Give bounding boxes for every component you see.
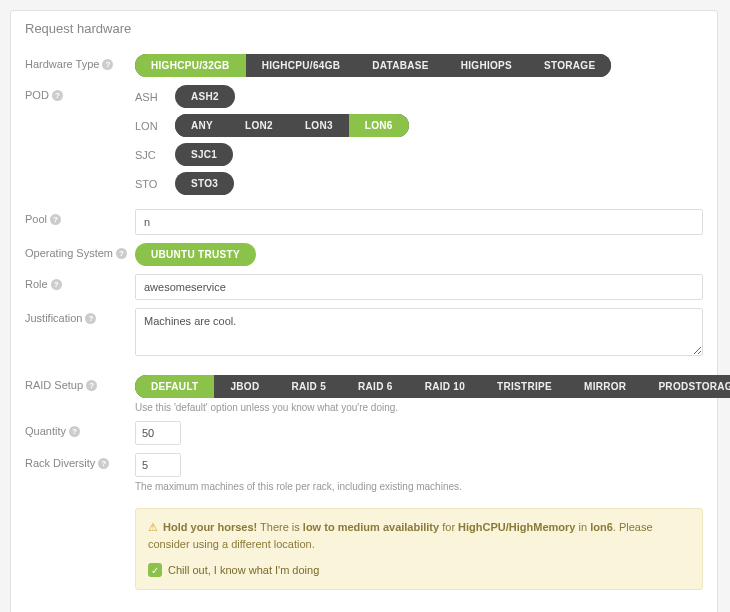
- rack-diversity-hint: The maximum machines of this role per ra…: [135, 481, 703, 492]
- pod-region-label: STO: [135, 178, 163, 190]
- label-rack-diversity: Rack Diversity ?: [25, 453, 135, 469]
- label-justification: Justification ?: [25, 308, 135, 324]
- help-icon[interactable]: ?: [102, 59, 113, 70]
- pill-database[interactable]: DATABASE: [356, 54, 444, 77]
- request-hardware-panel: Request hardware Hardware Type ? HIGHCPU…: [10, 10, 718, 612]
- label-pod: POD ?: [25, 85, 135, 101]
- pod-selector-lon: ANYLON2LON3LON6: [175, 114, 409, 137]
- chill-out-label: Chill out, I know what I'm doing: [168, 562, 319, 579]
- role-input[interactable]: [135, 274, 703, 300]
- label-role: Role ?: [25, 274, 135, 290]
- justification-input[interactable]: Machines are cool.: [135, 308, 703, 356]
- help-icon[interactable]: ?: [51, 279, 62, 290]
- help-icon[interactable]: ?: [86, 380, 97, 391]
- help-icon[interactable]: ?: [69, 426, 80, 437]
- pod-group-sto: STOSTO3: [135, 172, 703, 195]
- pill-mirror[interactable]: MIRROR: [568, 375, 642, 398]
- pill-ubuntu-trusty[interactable]: UBUNTU TRUSTY: [135, 243, 256, 266]
- pod-groups: ASHASH2LONANYLON2LON3LON6SJCSJC1STOSTO3: [135, 85, 703, 201]
- pill-sjc1[interactable]: SJC1: [175, 143, 233, 166]
- pill-prodstorage[interactable]: PRODSTORAGE: [642, 375, 730, 398]
- pod-region-label: SJC: [135, 149, 163, 161]
- help-icon[interactable]: ?: [116, 248, 127, 259]
- pod-selector-sjc: SJC1: [175, 143, 233, 166]
- pill-highcpu-64gb[interactable]: HIGHCPU/64GB: [246, 54, 357, 77]
- pill-raid-5[interactable]: RAID 5: [275, 375, 342, 398]
- pill-highiops[interactable]: HIGHIOPS: [445, 54, 528, 77]
- os-selector: UBUNTU TRUSTY: [135, 243, 256, 266]
- pill-tristripe[interactable]: TRISTRIPE: [481, 375, 568, 398]
- pod-selector-sto: STO3: [175, 172, 234, 195]
- pill-highcpu-32gb[interactable]: HIGHCPU/32GB: [135, 54, 246, 77]
- label-hardware-type: Hardware Type ?: [25, 54, 135, 70]
- pod-region-label: LON: [135, 120, 163, 132]
- pod-selector-ash: ASH2: [175, 85, 235, 108]
- availability-alert: ⚠ Hold your horses! There is low to medi…: [135, 508, 703, 590]
- raid-hint: Use this 'default' option unless you kno…: [135, 402, 730, 413]
- pod-group-sjc: SJCSJC1: [135, 143, 703, 166]
- pod-group-ash: ASHASH2: [135, 85, 703, 108]
- pill-storage[interactable]: STORAGE: [528, 54, 611, 77]
- rack-diversity-input[interactable]: [135, 453, 181, 477]
- help-icon[interactable]: ?: [98, 458, 109, 469]
- pill-any[interactable]: ANY: [175, 114, 229, 137]
- pod-region-label: ASH: [135, 91, 163, 103]
- pill-lon3[interactable]: LON3: [289, 114, 349, 137]
- pill-ash2[interactable]: ASH2: [175, 85, 235, 108]
- pill-lon2[interactable]: LON2: [229, 114, 289, 137]
- help-icon[interactable]: ?: [85, 313, 96, 324]
- pill-raid-10[interactable]: RAID 10: [409, 375, 481, 398]
- pill-sto3[interactable]: STO3: [175, 172, 234, 195]
- pill-lon6[interactable]: LON6: [349, 114, 409, 137]
- label-os: Operating System ?: [25, 243, 135, 259]
- label-pool: Pool ?: [25, 209, 135, 225]
- pod-group-lon: LONANYLON2LON3LON6: [135, 114, 703, 137]
- chill-out-checkbox[interactable]: ✓: [148, 563, 162, 577]
- help-icon[interactable]: ?: [52, 90, 63, 101]
- label-raid: RAID Setup ?: [25, 375, 135, 391]
- pill-default[interactable]: DEFAULT: [135, 375, 214, 398]
- label-quantity: Quantity ?: [25, 421, 135, 437]
- quantity-input[interactable]: [135, 421, 181, 445]
- warning-icon: ⚠: [148, 521, 158, 533]
- raid-selector: DEFAULTJBODRAID 5RAID 6RAID 10TRISTRIPEM…: [135, 375, 730, 398]
- hardware-type-selector: HIGHCPU/32GBHIGHCPU/64GBDATABASEHIGHIOPS…: [135, 54, 611, 77]
- panel-title: Request hardware: [11, 11, 717, 50]
- help-icon[interactable]: ?: [50, 214, 61, 225]
- pool-input[interactable]: [135, 209, 703, 235]
- pill-raid-6[interactable]: RAID 6: [342, 375, 409, 398]
- pill-jbod[interactable]: JBOD: [214, 375, 275, 398]
